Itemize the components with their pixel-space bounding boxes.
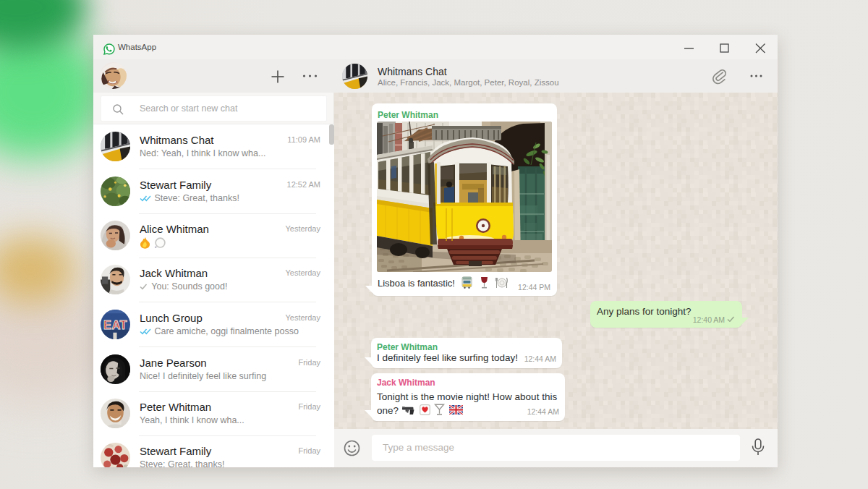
svg-text:EAT: EAT [103,318,127,331]
